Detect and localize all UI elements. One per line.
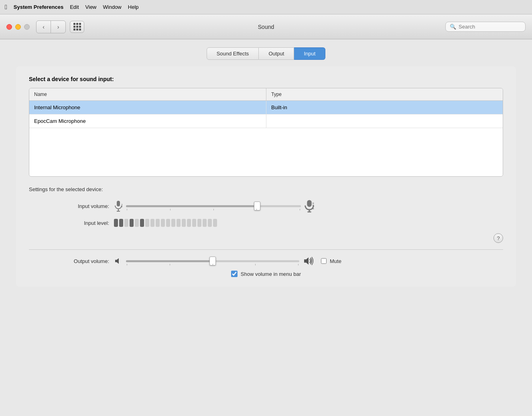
device-type-1 [266,114,503,128]
back-button[interactable]: ‹ [37,21,51,33]
maximize-button[interactable] [24,24,30,30]
forward-button[interactable]: › [51,21,65,33]
level-bar-6 [140,219,144,227]
svg-marker-13 [115,258,119,264]
level-bar-12 [171,219,175,227]
menu-view[interactable]: View [85,4,97,10]
search-input[interactable] [459,24,521,30]
level-bar-2 [119,219,123,227]
menu-window[interactable]: Window [103,4,122,10]
col-type: Type [266,88,503,100]
search-icon: 🔍 [450,24,456,30]
mute-label: Mute [330,258,341,264]
level-bar-1 [114,219,118,227]
level-bar-11 [166,219,170,227]
output-slider-container [114,256,315,266]
input-volume-row: Input volume: [29,200,503,212]
minimize-button[interactable] [15,24,21,30]
mute-checkbox[interactable] [321,258,327,264]
level-bar-8 [150,219,154,227]
level-meter [114,219,217,227]
input-volume-label: Input volume: [61,203,109,209]
level-bar-16 [192,219,196,227]
svg-rect-0 [117,201,120,206]
bottom-controls: Output volume: [29,249,503,277]
help-button[interactable]: ? [493,233,503,243]
table-header: Name Type [29,88,503,101]
menu-edit[interactable]: Edit [70,4,79,10]
grid-icon [73,23,81,31]
table-empty-area [29,128,503,176]
close-button[interactable] [6,24,12,30]
device-name-0: Internal Microphone [29,101,266,114]
mute-area: Mute [321,258,341,264]
apple-menu[interactable]:  [5,4,7,11]
output-volume-row: Output volume: [29,256,503,266]
show-volume-label: Show volume in menu bar [241,271,301,277]
tab-sound-effects[interactable]: Sound Effects [207,47,259,60]
input-volume-slider-container [114,200,315,212]
device-name-1: EpocCam Microphone [29,114,266,128]
window-title: Sound [258,24,274,30]
level-bar-3 [124,219,128,227]
show-volume-row: Show volume in menu bar [29,271,503,277]
table-row[interactable]: Internal Microphone Built-in [29,101,503,114]
level-bar-15 [187,219,191,227]
input-level-row: Input level: [29,219,503,227]
toolbar: ‹ › Sound 🔍 [0,14,532,39]
level-bar-19 [208,219,212,227]
grid-view-button[interactable] [70,21,84,33]
mic-small-icon [114,200,123,212]
tab-output[interactable]: Output [259,47,294,60]
menu-help[interactable]: Help [128,4,139,10]
main-content: Sound Effects Output Input Select a devi… [0,39,532,295]
level-bar-14 [182,219,186,227]
level-bar-7 [145,219,149,227]
output-volume-track [126,260,299,262]
level-bar-10 [161,219,165,227]
section-title: Select a device for sound input: [29,76,503,82]
level-bar-4 [130,219,134,227]
menu-bar:  System Preferences Edit View Window He… [0,0,532,14]
level-bar-13 [177,219,181,227]
tabs: Sound Effects Output Input [16,47,516,60]
level-bar-9 [156,219,160,227]
device-table: Name Type Internal Microphone Built-in E… [29,88,503,177]
tab-input[interactable]: Input [294,47,325,60]
mic-large-icon [304,200,315,212]
speaker-loud-icon [303,256,315,266]
show-volume-checkbox[interactable] [231,271,238,277]
device-type-0: Built-in [266,101,503,114]
window-controls [6,24,30,30]
svg-rect-6 [307,200,311,207]
menu-system-preferences[interactable]: System Preferences [14,4,63,10]
input-volume-track [126,205,301,207]
settings-label: Settings for the selected device: [29,186,503,192]
nav-buttons: ‹ › [36,20,66,33]
search-box[interactable]: 🔍 [445,22,526,32]
level-bar-20 [213,219,217,227]
level-bar-17 [197,219,201,227]
panel: Select a device for sound input: Name Ty… [16,66,516,287]
table-row[interactable]: EpocCam Microphone [29,114,503,128]
col-name: Name [29,88,266,100]
input-level-label: Input level: [61,220,109,226]
output-volume-label: Output volume: [61,258,109,264]
svg-marker-14 [304,257,309,265]
speaker-muted-icon [114,257,122,265]
help-area: ? [29,233,503,243]
level-bar-18 [203,219,207,227]
level-bar-5 [135,219,139,227]
